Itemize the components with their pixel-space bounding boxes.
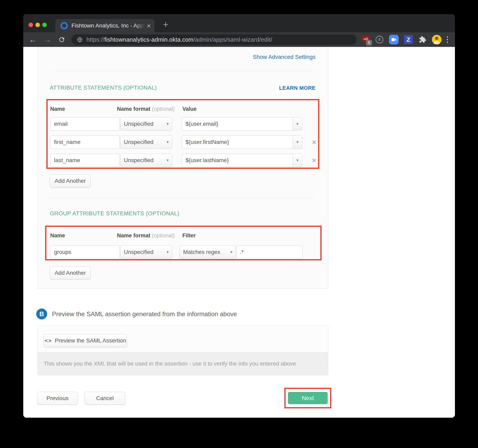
- learn-more-link[interactable]: LEARN MORE: [279, 85, 315, 91]
- column-header-name-format: Name format (optional): [117, 233, 175, 239]
- ublock-badge: 5: [366, 40, 372, 46]
- page-content: Show Advanced Settings ATTRIBUTE STATEME…: [23, 47, 455, 418]
- value-dropdown-button[interactable]: ▾: [293, 135, 302, 149]
- step-b-badge: B: [36, 308, 47, 319]
- preview-saml-assertion-button[interactable]: <> Preview the SAML Assertion: [44, 334, 127, 347]
- show-advanced-settings-link[interactable]: Show Advanced Settings: [253, 54, 315, 60]
- onepassword-extension-icon[interactable]: [375, 35, 384, 44]
- annotation-box-next-button: Next: [284, 388, 331, 408]
- preview-panel-top: <> Preview the SAML Assertion: [38, 325, 328, 352]
- keyhole-icon: [375, 35, 384, 44]
- attribute-statements-heading: ATTRIBUTE STATEMENTS (OPTIONAL): [50, 85, 157, 91]
- group-filter-type-select[interactable]: Matches regex▾: [179, 245, 236, 259]
- tab-strip: Fishtown Analytics, Inc - Applic × +: [23, 14, 455, 32]
- preview-section-heading: Preview the SAML assertion generated fro…: [52, 311, 237, 318]
- attribute-value-combo[interactable]: ▾: [182, 117, 302, 131]
- value-dropdown-button[interactable]: ▾: [293, 117, 302, 131]
- column-header-name: Name: [50, 106, 65, 112]
- fullscreen-window-button[interactable]: [42, 23, 47, 27]
- extensions-puzzle-icon[interactable]: [418, 35, 427, 44]
- profile-avatar[interactable]: [432, 35, 442, 44]
- okta-favicon-icon: [61, 22, 68, 29]
- url-text: https://fishtownanalytics-admin.okta.com…: [86, 36, 272, 43]
- new-tab-button[interactable]: +: [163, 20, 168, 29]
- code-icon: <>: [45, 338, 52, 344]
- chevron-down-icon: ▾: [167, 140, 169, 145]
- column-header-name: Name: [50, 233, 65, 239]
- url-scheme: https://: [86, 36, 104, 43]
- video-camera-icon: [391, 37, 397, 43]
- attribute-value-input[interactable]: [182, 135, 293, 149]
- minimize-window-button[interactable]: [35, 23, 40, 27]
- group-attribute-name-input[interactable]: [50, 245, 120, 259]
- group-name-format-select[interactable]: Unspecified▾: [120, 245, 172, 259]
- chevron-down-icon: ▾: [167, 121, 169, 127]
- value-dropdown-button[interactable]: ▾: [293, 154, 302, 167]
- delete-row-icon[interactable]: ×: [308, 154, 320, 167]
- reload-icon: [58, 36, 65, 43]
- browser-toolbar: ← → https://fishtownanalytics-admin.okta…: [23, 32, 455, 47]
- saml-settings-card: Show Advanced Settings ATTRIBUTE STATEME…: [38, 47, 328, 288]
- attribute-value-input[interactable]: [182, 117, 293, 131]
- chevron-down-icon: ▾: [167, 158, 169, 163]
- browser-tab[interactable]: Fishtown Analytics, Inc - Applic ×: [55, 19, 154, 32]
- zoom-extension-icon[interactable]: [389, 35, 399, 44]
- column-header-value: Value: [182, 106, 197, 112]
- attribute-value-combo[interactable]: ▾: [182, 135, 302, 149]
- forward-button[interactable]: →: [44, 36, 51, 43]
- chevron-down-icon: ▾: [296, 158, 298, 163]
- group-filter-value-input[interactable]: [236, 245, 303, 259]
- attribute-name-input[interactable]: [50, 154, 120, 167]
- attribute-value-input[interactable]: [182, 154, 293, 167]
- tab-title: Fishtown Analytics, Inc - Applic: [71, 22, 145, 29]
- add-another-attribute-button[interactable]: Add Another: [50, 174, 91, 187]
- add-another-group-attribute-button[interactable]: Add Another: [50, 266, 91, 279]
- preview-helper-text: This shows you the XML that will be used…: [38, 352, 328, 375]
- person-icon: [432, 35, 442, 44]
- browser-window: Fishtown Analytics, Inc - Applic × + ← →…: [23, 14, 455, 418]
- address-bar[interactable]: https://fishtownanalytics-admin.okta.com…: [71, 34, 357, 45]
- chevron-down-icon: ▾: [230, 250, 233, 255]
- browser-menu-icon[interactable]: [447, 36, 448, 43]
- ublock-extension-icon[interactable]: uO 5: [362, 35, 370, 44]
- reload-button[interactable]: [58, 36, 65, 43]
- z-extension-icon[interactable]: Z: [404, 35, 413, 44]
- divider: [50, 198, 316, 198]
- chevron-down-icon: ▾: [296, 140, 298, 145]
- close-window-button[interactable]: [29, 23, 33, 27]
- name-format-select[interactable]: Unspecified▾: [120, 135, 172, 149]
- preview-assertion-panel: <> Preview the SAML Assertion This shows…: [38, 325, 328, 375]
- next-button[interactable]: Next: [288, 392, 328, 404]
- attribute-name-input[interactable]: [50, 117, 120, 131]
- delete-row-icon[interactable]: ×: [308, 135, 320, 149]
- chevron-down-icon: ▾: [296, 121, 298, 127]
- name-format-select[interactable]: Unspecified▾: [120, 154, 172, 167]
- cancel-button[interactable]: Cancel: [85, 392, 125, 405]
- column-header-name-format: Name format (optional): [117, 106, 175, 112]
- puzzle-piece-icon: [418, 35, 427, 44]
- column-header-filter: Filter: [182, 233, 196, 239]
- previous-button[interactable]: Previous: [37, 392, 78, 405]
- window-controls: [29, 23, 47, 27]
- url-path: /admin/apps/saml-wizard/edit/: [194, 36, 272, 43]
- optional-label: (optional): [152, 106, 175, 112]
- name-format-select[interactable]: Unspecified▾: [120, 117, 172, 131]
- url-host: fishtownanalytics-admin.okta.com: [104, 36, 194, 43]
- site-info-icon[interactable]: [77, 37, 83, 43]
- optional-label: (optional): [152, 233, 175, 239]
- close-tab-icon[interactable]: ×: [147, 22, 151, 29]
- group-attribute-statements-heading: GROUP ATTRIBUTE STATEMENTS (OPTIONAL): [50, 210, 179, 217]
- back-button[interactable]: ←: [29, 36, 37, 43]
- chevron-down-icon: ▾: [167, 250, 169, 255]
- attribute-name-input[interactable]: [50, 135, 120, 149]
- attribute-value-combo[interactable]: ▾: [182, 154, 302, 167]
